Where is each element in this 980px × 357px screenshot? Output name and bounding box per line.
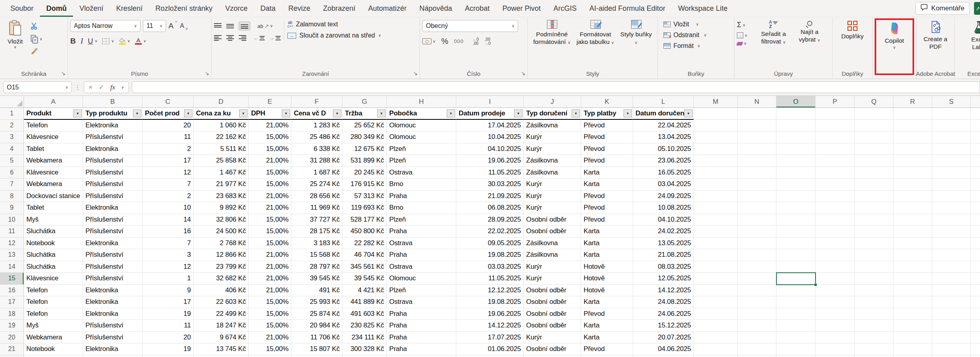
column-header-G[interactable]: G [343, 96, 387, 107]
table-header-cell-H1[interactable]: Pobočka▾ [387, 108, 456, 120]
cell-C21[interactable]: 19 [143, 343, 194, 355]
empty-cell-Q2[interactable] [855, 120, 893, 132]
empty-cell-Q17[interactable] [855, 296, 893, 308]
row-header-10[interactable]: 10 [0, 214, 24, 226]
empty-cell-N4[interactable] [738, 143, 776, 155]
cell-H9[interactable]: Brno [387, 202, 456, 214]
empty-cell-O6[interactable] [776, 167, 816, 179]
empty-cell-M7[interactable] [694, 178, 738, 190]
empty-cell-M1[interactable] [694, 108, 738, 120]
cell-A8[interactable]: Dockovací stanice [24, 190, 83, 202]
empty-cell-R3[interactable] [893, 131, 932, 143]
cell-F9[interactable]: 11 969 Kč [291, 202, 343, 214]
cell-G5[interactable]: 531 899 Kč [343, 155, 387, 167]
cell-B19[interactable]: Příslušenství [83, 320, 143, 332]
empty-cell-S20[interactable] [932, 332, 971, 344]
menu-tab-vlozeni[interactable]: Vložení [73, 0, 110, 17]
empty-cell-S2[interactable] [932, 120, 971, 132]
empty-cell-P8[interactable] [816, 190, 855, 202]
table-header-cell-K1[interactable]: Typ platby▾ [581, 108, 633, 120]
empty-cell-Q18[interactable] [855, 308, 893, 320]
cell-D10[interactable]: 32 806 Kč [194, 214, 249, 226]
cell-C17[interactable]: 17 [143, 296, 194, 308]
empty-cell-M11[interactable] [694, 226, 738, 238]
empty-cell-M22[interactable] [694, 355, 738, 357]
row-header-2[interactable]: 2 [0, 120, 24, 132]
row-header-9[interactable]: 9 [0, 202, 24, 214]
cancel-icon[interactable]: × [89, 83, 93, 91]
empty-cell-T20[interactable] [971, 332, 980, 344]
cell-D12[interactable]: 2 768 Kč [194, 238, 249, 250]
cell-J19[interactable]: Osobní odběr [524, 320, 581, 332]
cell-L12[interactable]: 13.05.2025 [633, 238, 694, 250]
empty-cell-M9[interactable] [694, 202, 738, 214]
menu-tab-domu[interactable]: Domů [40, 0, 73, 17]
empty-cell-N21[interactable] [738, 343, 776, 355]
empty-cell-B22[interactable] [83, 355, 143, 357]
cell-A21[interactable]: Notebook [24, 343, 83, 355]
cell-I4[interactable]: 04.10.2025 [456, 143, 524, 155]
autosum-button[interactable]: Σ∨ [737, 21, 754, 29]
cell-F21[interactable]: 15 807 Kč [291, 343, 343, 355]
cell-J18[interactable]: Osobní odběr [524, 308, 581, 320]
cell-L4[interactable]: 05.10.2025 [633, 143, 694, 155]
empty-cell-N7[interactable] [738, 178, 776, 190]
row-header-4[interactable]: 4 [0, 143, 24, 155]
empty-cell-A22[interactable] [24, 355, 83, 357]
filter-button-J[interactable]: ▾ [572, 109, 580, 117]
empty-cell-M12[interactable] [694, 238, 738, 250]
paste-button[interactable]: Vložit ∨ [2, 20, 28, 49]
empty-cell-M13[interactable] [694, 249, 738, 261]
cell-D18[interactable]: 22 499 Kč [194, 308, 249, 320]
cell-D5[interactable]: 25 858 Kč [194, 155, 249, 167]
increase-indent-icon[interactable]: → [269, 35, 281, 41]
cell-C2[interactable]: 20 [143, 120, 194, 132]
empty-cell-M10[interactable] [694, 214, 738, 226]
cell-K10[interactable]: Převod [581, 214, 633, 226]
cell-D6[interactable]: 1 467 Kč [194, 167, 249, 179]
cell-K8[interactable]: Převod [581, 190, 633, 202]
empty-cell-Q7[interactable] [855, 178, 893, 190]
empty-cell-M4[interactable] [694, 143, 738, 155]
cell-L6[interactable]: 16.05.2025 [633, 167, 694, 179]
cell-F20[interactable]: 11 706 Kč [291, 332, 343, 344]
row-header-8[interactable]: 8 [0, 190, 24, 202]
empty-cell-M15[interactable] [694, 273, 738, 285]
cell-I2[interactable]: 17.04.2025 [456, 120, 524, 132]
cell-E2[interactable]: 21,00% [249, 120, 291, 132]
empty-cell-P1[interactable] [816, 108, 855, 120]
cell-B5[interactable]: Příslušenství [83, 155, 143, 167]
cell-E21[interactable]: 15,00% [249, 343, 291, 355]
menu-tab-vzorce[interactable]: Vzorce [219, 0, 254, 17]
cell-D15[interactable]: 32 682 Kč [194, 273, 249, 285]
empty-cell-S10[interactable] [932, 214, 971, 226]
cell-G6[interactable]: 20 245 Kč [343, 167, 387, 179]
empty-cell-S13[interactable] [932, 249, 971, 261]
empty-cell-D22[interactable] [194, 355, 249, 357]
empty-cell-Q4[interactable] [855, 143, 893, 155]
empty-cell-P11[interactable] [816, 226, 855, 238]
cell-J21[interactable]: Osobní odběr [524, 343, 581, 355]
empty-cell-G22[interactable] [343, 355, 387, 357]
font-size-select[interactable]: 11∨ [143, 20, 166, 32]
empty-cell-R13[interactable] [893, 249, 932, 261]
menu-tab-rozlozeni-stranky[interactable]: Rozložení stránky [149, 0, 219, 17]
cell-A5[interactable]: Webkamera [24, 155, 83, 167]
empty-cell-Q9[interactable] [855, 202, 893, 214]
row-header-18[interactable]: 18 [0, 308, 24, 320]
select-all-corner[interactable] [0, 96, 24, 107]
cell-H20[interactable]: Praha [387, 332, 456, 344]
empty-cell-T16[interactable] [971, 285, 980, 297]
format-as-table-button[interactable]: Formátovat jako tabulku ∨ [575, 20, 616, 46]
cell-E10[interactable]: 15,00% [249, 214, 291, 226]
cell-C4[interactable]: 2 [143, 143, 194, 155]
empty-cell-N16[interactable] [738, 285, 776, 297]
cell-G11[interactable]: 450 800 Kč [343, 226, 387, 238]
align-middle-icon[interactable] [226, 23, 234, 29]
decrease-decimal-button[interactable]: ,00→0 [484, 38, 491, 46]
cell-H4[interactable]: Plzeň [387, 143, 456, 155]
font-color-button[interactable]: A∨ [135, 38, 146, 45]
cell-K4[interactable]: Převod [581, 143, 633, 155]
filter-button-G[interactable]: ▾ [377, 109, 386, 117]
cell-E9[interactable]: 21,00% [249, 202, 291, 214]
